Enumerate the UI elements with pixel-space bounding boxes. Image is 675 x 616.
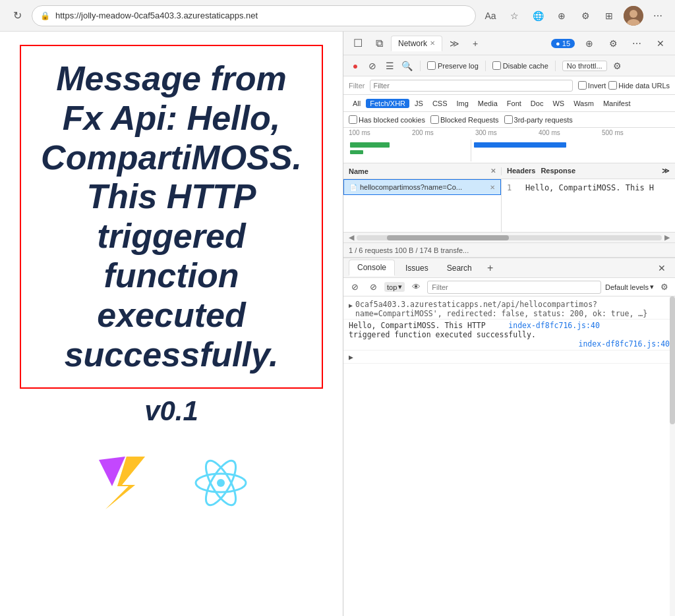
- devtools-add-tab[interactable]: +: [466, 34, 484, 53]
- disable-cache-input[interactable]: [492, 61, 501, 70]
- console-levels-btn[interactable]: Default levels ▾: [605, 283, 654, 291]
- devtools-inspect-btn[interactable]: ☐: [349, 34, 367, 53]
- devtools-device-btn[interactable]: ⧉: [370, 34, 388, 53]
- third-party-requests[interactable]: 3rd-party requests: [504, 115, 573, 124]
- entry-3-arrow[interactable]: ▶: [349, 352, 353, 362]
- invert-input[interactable]: [578, 81, 587, 90]
- toolbar-divider-2: [485, 61, 486, 71]
- console-content: ▶ 0caf5a403.3.azurestaticapps.net/api/he…: [343, 296, 675, 616]
- throttle-select[interactable]: No throttl...: [562, 61, 607, 71]
- extension-button[interactable]: ⊕: [552, 7, 571, 25]
- entry-2-row-2: triggered function executed successfully…: [349, 330, 670, 339]
- blocked-requests-input[interactable]: [430, 115, 439, 124]
- page-content: Message from Fx Api: Hello, CompartiMOSS…: [0, 32, 343, 616]
- message-box: Message from Fx Api: Hello, CompartiMOSS…: [20, 45, 323, 389]
- column-name-close[interactable]: ✕: [490, 167, 496, 175]
- console-eye-btn[interactable]: 👁: [409, 280, 423, 294]
- devtools-more-tabs[interactable]: ≫: [445, 34, 463, 53]
- column-more[interactable]: ≫: [662, 167, 670, 175]
- toolbar-divider-1: [420, 61, 421, 71]
- type-font[interactable]: Font: [503, 99, 525, 108]
- console-filter-input[interactable]: [427, 281, 601, 294]
- hide-data-urls-input[interactable]: [608, 81, 617, 90]
- type-ws[interactable]: WS: [548, 99, 568, 108]
- filter-button[interactable]: ☰: [383, 59, 396, 72]
- entry-2-row-3: index-df8fc716.js:40: [349, 339, 670, 349]
- disable-cache-checkbox[interactable]: Disable cache: [492, 61, 548, 70]
- blocked-requests[interactable]: Blocked Requests: [430, 115, 499, 124]
- console-clear-btn[interactable]: ⊘: [347, 280, 362, 294]
- reload-button[interactable]: ↻: [8, 7, 26, 25]
- has-blocked-cookies-input[interactable]: [349, 115, 357, 124]
- entry-1-content: 0caf5a403.3.azurestaticapps.net/api/hell…: [355, 300, 647, 318]
- record-button[interactable]: ●: [349, 59, 362, 72]
- scrollbar-track[interactable]: [357, 235, 662, 240]
- settings-button[interactable]: ⚙: [576, 7, 595, 25]
- collections-button[interactable]: ⊞: [600, 7, 618, 25]
- translate-icon-button[interactable]: 🌐: [529, 7, 547, 25]
- console-context-select[interactable]: top ▾: [384, 282, 405, 292]
- logos-row: [92, 453, 250, 513]
- console-close-btn[interactable]: ✕: [654, 260, 670, 276]
- type-img[interactable]: Img: [453, 99, 473, 108]
- type-all[interactable]: All: [349, 99, 365, 108]
- translate-button[interactable]: Aa: [481, 7, 500, 25]
- type-js[interactable]: JS: [411, 99, 427, 108]
- console-tab-search[interactable]: Search: [439, 261, 480, 275]
- tl-label-500: 500 ms: [602, 129, 665, 138]
- network-list-content: 📄 hellocompartimoss?name=Co... ✕ 1 Hello…: [343, 179, 675, 232]
- request-close[interactable]: ✕: [490, 184, 495, 191]
- tab-network-close[interactable]: ✕: [430, 40, 435, 47]
- console-scrollbar[interactable]: [670, 296, 675, 616]
- type-css[interactable]: CSS: [428, 99, 452, 108]
- type-fetch-xhr[interactable]: Fetch/XHR: [366, 99, 409, 108]
- clear-button[interactable]: ⊘: [366, 59, 379, 72]
- invert-checkbox[interactable]: Invert: [578, 81, 606, 90]
- search-button[interactable]: 🔍: [400, 59, 413, 72]
- timeline-labels: 100 ms 200 ms 300 ms 400 ms 500 ms: [343, 128, 675, 138]
- console-block-btn[interactable]: ⊘: [366, 280, 380, 294]
- request-row[interactable]: 📄 hellocompartimoss?name=Co... ✕: [343, 179, 501, 195]
- entry-1-expand[interactable]: ▶: [349, 300, 353, 318]
- scroll-left-arrow[interactable]: ◀: [349, 233, 354, 242]
- preserve-log-input[interactable]: [427, 61, 436, 70]
- console-settings-btn[interactable]: ⚙: [658, 281, 671, 294]
- throttle-settings[interactable]: ⚙: [611, 59, 624, 72]
- tl-bar-2: [474, 142, 566, 148]
- url-bar[interactable]: 🔒 https://jolly-meadow-0caf5a403.3.azure…: [32, 5, 476, 26]
- preserve-log-checkbox[interactable]: Preserve log: [427, 61, 479, 70]
- console-tab-issues[interactable]: Issues: [397, 261, 436, 275]
- status-text: 1 / 6 requests 100 B / 174 B transfe...: [349, 246, 469, 254]
- favorite-button[interactable]: ☆: [505, 7, 523, 25]
- disable-cache-label: Disable cache: [503, 62, 548, 70]
- type-wasm[interactable]: Wasm: [570, 99, 598, 108]
- has-blocked-cookies[interactable]: Has blocked cookies: [349, 115, 425, 124]
- hide-data-urls-checkbox[interactable]: Hide data URLs: [608, 81, 670, 90]
- console-entry-2: Hello, CompartiMOSS. This HTTP index-df8…: [343, 320, 675, 350]
- tl-label-200: 200 ms: [412, 129, 475, 138]
- filter-input[interactable]: [370, 80, 572, 92]
- menu-button[interactable]: ⋯: [649, 7, 667, 25]
- vite-logo: [92, 453, 152, 513]
- type-media[interactable]: Media: [474, 99, 502, 108]
- devtools-share-btn[interactable]: ⊕: [580, 34, 599, 53]
- scroll-right-arrow[interactable]: ▶: [664, 233, 670, 242]
- console-tab-console[interactable]: Console: [349, 260, 395, 276]
- tl-label-100: 100 ms: [349, 129, 412, 138]
- third-party-requests-label: 3rd-party requests: [514, 116, 573, 124]
- devtools-close-btn[interactable]: ✕: [651, 34, 670, 53]
- console-scrollbar-thumb[interactable]: [670, 296, 675, 424]
- scrollbar-thumb[interactable]: [387, 235, 509, 240]
- entry-2-link1[interactable]: index-df8fc716.js:40: [508, 321, 599, 330]
- profile-avatar[interactable]: [624, 6, 643, 26]
- tab-network[interactable]: Network ✕: [391, 36, 442, 51]
- entry-2-link2[interactable]: index-df8fc716.js:40: [579, 339, 670, 349]
- third-party-requests-input[interactable]: [504, 115, 513, 124]
- invert-label: Invert: [588, 82, 606, 90]
- type-doc[interactable]: Doc: [527, 99, 548, 108]
- type-manifest[interactable]: Manifest: [599, 99, 635, 108]
- devtools-more-btn[interactable]: ⋯: [628, 34, 646, 53]
- network-scrollbar[interactable]: ◀ ▶: [343, 232, 675, 242]
- console-tab-add[interactable]: +: [483, 260, 498, 276]
- devtools-settings-btn[interactable]: ⚙: [604, 34, 622, 53]
